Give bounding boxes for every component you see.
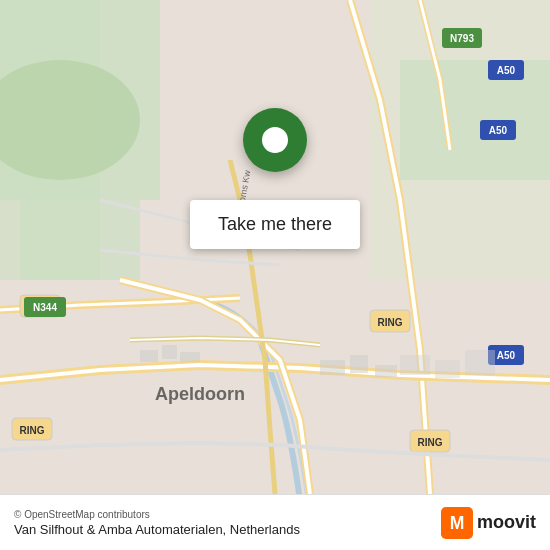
svg-rect-34 [465,350,495,375]
svg-text:N793: N793 [450,33,474,44]
svg-rect-4 [20,200,140,280]
svg-rect-29 [320,360,345,375]
svg-text:A50: A50 [497,350,516,361]
svg-text:M: M [450,513,465,533]
svg-rect-31 [375,365,397,377]
osm-attribution: © OpenStreetMap contributors [14,509,300,520]
svg-text:A50: A50 [497,65,516,76]
svg-rect-27 [162,345,177,359]
bottom-info: © OpenStreetMap contributors Van Silfhou… [14,509,300,537]
map-background: RING RING RING RING A50 A50 A50 N793 N34… [0,0,550,550]
location-name: Van Silfhout & Amba Automaterialen, Neth… [14,522,300,537]
moovit-icon: M [441,507,473,539]
svg-text:A50: A50 [489,125,508,136]
map-container: RING RING RING RING A50 A50 A50 N793 N34… [0,0,550,550]
svg-text:RING: RING [418,437,443,448]
svg-text:Apeldoorn: Apeldoorn [155,384,245,404]
moovit-text: moovit [477,512,536,533]
take-me-there-button[interactable]: Take me there [190,200,360,249]
svg-text:RING: RING [378,317,403,328]
svg-rect-26 [140,350,158,362]
svg-rect-32 [400,355,430,375]
svg-text:N344: N344 [33,302,57,313]
location-pin [243,108,307,172]
svg-text:RING: RING [20,425,45,436]
svg-rect-6 [400,60,550,180]
svg-rect-30 [350,355,368,373]
moovit-logo: M moovit [441,507,536,539]
svg-rect-33 [435,360,460,378]
svg-rect-28 [180,352,200,362]
bottom-bar: © OpenStreetMap contributors Van Silfhou… [0,494,550,550]
